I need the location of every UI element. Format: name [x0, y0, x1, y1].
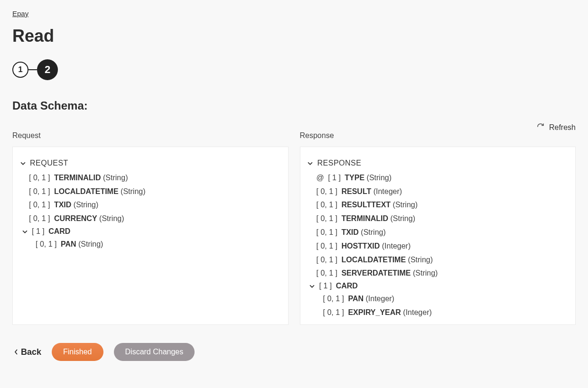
schema-field[interactable]: [ 0, 1 ] TXID (String): [29, 198, 281, 212]
schema-field[interactable]: [ 0, 1 ] RESULTTEXT (String): [317, 198, 569, 212]
back-button[interactable]: Back: [14, 347, 41, 357]
response-panel: RESPONSE @ [ 1 ] TYPE (String) [ 0, 1 ] …: [300, 147, 576, 325]
schema-field[interactable]: [ 0, 1 ] PAN (String): [36, 238, 281, 251]
schema-field[interactable]: [ 0, 1 ] HOSTTXID (Integer): [317, 240, 569, 253]
refresh-label: Refresh: [549, 123, 576, 132]
schema-field[interactable]: [ 0, 1 ] LOCALDATETIME (String): [29, 185, 281, 199]
page-title: Read: [12, 26, 576, 46]
chevron-down-icon: [307, 161, 314, 166]
step-2[interactable]: 2: [37, 59, 58, 80]
section-title-data-schema: Data Schema:: [12, 99, 576, 112]
schema-field[interactable]: [ 0, 1 ] CURRENCY (String): [29, 212, 281, 226]
response-root-toggle[interactable]: RESPONSE: [307, 156, 569, 171]
request-fields: [ 0, 1 ] TERMINALID (String) [ 0, 1 ] LO…: [19, 171, 281, 226]
step-indicator: 1 2: [12, 59, 576, 80]
request-card-fields: [ 0, 1 ] PAN (String): [19, 238, 281, 251]
back-label: Back: [21, 347, 41, 357]
request-header: Request: [12, 131, 289, 140]
request-root-toggle[interactable]: REQUEST: [19, 156, 281, 171]
schema-field[interactable]: [ 0, 1 ] RESULT (Integer): [317, 185, 569, 199]
chevron-down-icon: [309, 284, 316, 289]
schema-field[interactable]: [ 0, 1 ] EXPIRY_YEAR (Integer): [323, 306, 569, 320]
response-fields: @ [ 1 ] TYPE (String) [ 0, 1 ] RESULT (I…: [307, 171, 569, 280]
step-1[interactable]: 1: [12, 62, 28, 78]
schema-field[interactable]: [ 0, 1 ] PAN (Integer): [323, 292, 569, 306]
response-card-fields: [ 0, 1 ] PAN (Integer) [ 0, 1 ] EXPIRY_Y…: [307, 292, 569, 320]
chevron-left-icon: [14, 347, 18, 357]
breadcrumb-epay[interactable]: Epay: [12, 9, 28, 18]
refresh-button[interactable]: Refresh: [537, 123, 576, 132]
chevron-down-icon: [19, 161, 26, 166]
schema-field[interactable]: [ 0, 1 ] TERMINALID (String): [317, 212, 569, 226]
response-header: Response: [300, 131, 576, 140]
discard-changes-button[interactable]: Discard Changes: [114, 343, 195, 361]
response-card-toggle[interactable]: [ 1 ] CARD: [307, 280, 569, 292]
chevron-down-icon: [21, 229, 28, 234]
schema-field[interactable]: [ 0, 1 ] LOCALDATETIME (String): [317, 253, 569, 267]
finished-button[interactable]: Finished: [52, 343, 103, 361]
schema-attribute[interactable]: @ [ 1 ] TYPE (String): [317, 171, 569, 185]
request-panel: REQUEST [ 0, 1 ] TERMINALID (String) [ 0…: [12, 147, 289, 325]
schema-field[interactable]: [ 0, 1 ] SERVERDATETIME (String): [317, 267, 569, 280]
request-root-label: REQUEST: [30, 157, 68, 169]
step-connector: [28, 69, 37, 70]
response-root-label: RESPONSE: [317, 157, 362, 169]
request-card-toggle[interactable]: [ 1 ] CARD: [19, 226, 281, 238]
schema-field[interactable]: [ 0, 1 ] TERMINALID (String): [29, 171, 281, 185]
schema-field[interactable]: [ 0, 1 ] TXID (String): [317, 226, 569, 240]
refresh-icon: [537, 123, 544, 132]
